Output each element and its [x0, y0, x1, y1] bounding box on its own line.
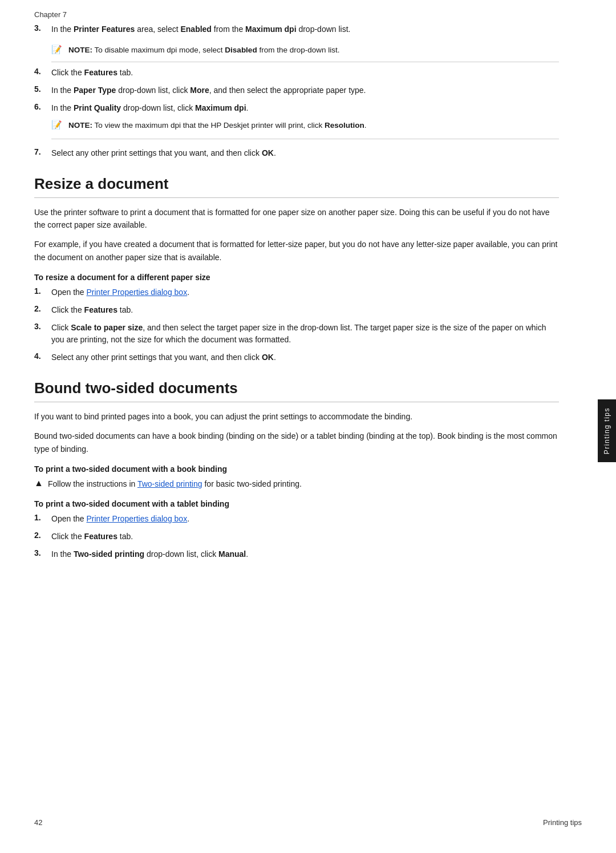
resize-step-4: 4. Select any other print settings that … [34, 351, 559, 363]
bound-subsection2-title: To print a two-sided document with a tab… [34, 499, 559, 508]
bound-section-title: Bound two-sided documents [34, 379, 559, 402]
step-3: 3. In the Printer Features area, select … [34, 23, 559, 35]
note-2: 📝 NOTE: To view the maximum dpi that the… [51, 120, 559, 139]
step-4: 4. Click the Features tab. [34, 67, 559, 79]
tablet-step-2-number: 2. [34, 531, 51, 540]
bound-para-1: If you want to bind printed pages into a… [34, 410, 559, 423]
resize-step-2-content: Click the Features tab. [51, 304, 559, 316]
resize-section-title: Resize a document [34, 175, 559, 198]
step-7-number: 7. [34, 147, 51, 156]
book-binding-bullet: ▲ Follow the instructions in Two-sided p… [34, 478, 559, 490]
tablet-step-3-content: In the Two-sided printing drop-down list… [51, 548, 559, 560]
note-1-text: NOTE: To disable maximum dpi mode, selec… [68, 45, 339, 56]
resize-step-1: 1. Open the Printer Properties dialog bo… [34, 286, 559, 298]
resize-step-1-number: 1. [34, 286, 51, 296]
bound-para-2: Bound two-sided documents can have a boo… [34, 430, 559, 455]
page-container: Printing tips Chapter 7 3. In the Printe… [0, 0, 616, 853]
tablet-step-1-content: Open the Printer Properties dialog box. [51, 513, 559, 525]
tablet-step-1-number: 1. [34, 513, 51, 522]
footer-page-number: 42 [34, 818, 42, 827]
step-3-content: In the Printer Features area, select Ena… [51, 23, 559, 35]
resize-para-1: Use the printer software to print a docu… [34, 206, 559, 232]
step-6-content: In the Print Quality drop-down list, cli… [51, 102, 559, 114]
tablet-step-3-number: 3. [34, 548, 51, 557]
note-1: 📝 NOTE: To disable maximum dpi mode, sel… [51, 41, 559, 62]
printer-properties-link-2[interactable]: Printer Properties dialog box [87, 514, 188, 523]
footer-section-label: Printing tips [543, 818, 582, 827]
resize-step-2: 2. Click the Features tab. [34, 304, 559, 316]
step-7: 7. Select any other print settings that … [34, 147, 559, 159]
resize-step-2-number: 2. [34, 304, 51, 313]
step-4-content: Click the Features tab. [51, 67, 559, 79]
resize-step-1-content: Open the Printer Properties dialog box. [51, 286, 559, 298]
chapter-label: Chapter 7 [34, 10, 67, 19]
book-binding-content: Follow the instructions in Two-sided pri… [48, 478, 559, 490]
two-sided-printing-link[interactable]: Two-sided printing [137, 479, 202, 488]
tablet-step-1: 1. Open the Printer Properties dialog bo… [34, 513, 559, 525]
step-5-content: In the Paper Type drop-down list, click … [51, 84, 559, 96]
step-4-number: 4. [34, 67, 51, 76]
step-7-content: Select any other print settings that you… [51, 147, 559, 159]
main-content: 3. In the Printer Features area, select … [0, 23, 593, 600]
resize-step-3-number: 3. [34, 322, 51, 331]
resize-step-4-number: 4. [34, 351, 51, 361]
step-5-number: 5. [34, 84, 51, 94]
page-header: Chapter 7 [0, 0, 616, 23]
resize-step-4-content: Select any other print settings that you… [51, 351, 559, 363]
note-2-text: NOTE: To view the maximum dpi that the H… [68, 120, 366, 131]
resize-step-3-content: Click Scale to paper size, and then sele… [51, 322, 559, 346]
note-icon-2: 📝 [51, 120, 64, 130]
side-tab-label: Printing tips [603, 407, 611, 454]
resize-para-2: For example, if you have created a docum… [34, 238, 559, 264]
bullet-marker: ▲ [34, 478, 48, 488]
step-6: 6. In the Print Quality drop-down list, … [34, 102, 559, 114]
note-icon-1: 📝 [51, 45, 64, 55]
step-6-number: 6. [34, 102, 51, 111]
bound-subsection1-title: To print a two-sided document with a boo… [34, 464, 559, 474]
printer-properties-link-1[interactable]: Printer Properties dialog box [87, 288, 188, 297]
page-footer: 42 Printing tips [0, 809, 616, 836]
tablet-step-2-content: Click the Features tab. [51, 531, 559, 543]
tablet-step-2: 2. Click the Features tab. [34, 531, 559, 543]
side-tab: Printing tips [598, 399, 616, 462]
resize-step-3: 3. Click Scale to paper size, and then s… [34, 322, 559, 346]
resize-subsection-title: To resize a document for a different pap… [34, 273, 559, 282]
step-3-number: 3. [34, 23, 51, 33]
tablet-step-3: 3. In the Two-sided printing drop-down l… [34, 548, 559, 560]
step-5: 5. In the Paper Type drop-down list, cli… [34, 84, 559, 96]
